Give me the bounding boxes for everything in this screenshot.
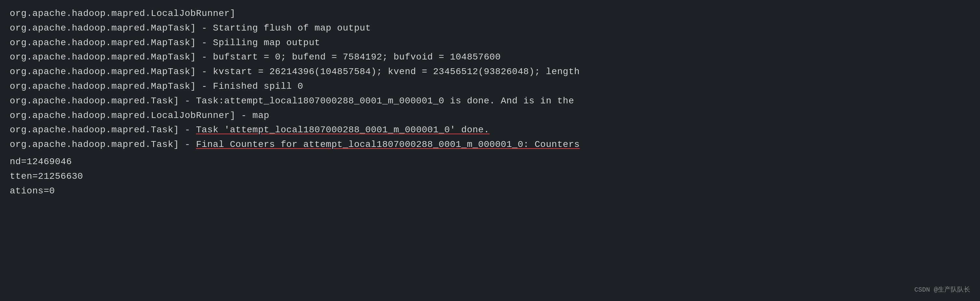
log-line: org.apache.hadoop.mapred.LocalJobRunner] [10, 6, 970, 21]
log-line-final-counters: org.apache.hadoop.mapred.Task] - Final C… [10, 137, 970, 152]
log-line-tten: tten=21256630 [10, 169, 970, 184]
bottom-values: nd=12469046 tten=21256630 ations=0 [10, 155, 970, 198]
log-line-nd: nd=12469046 [10, 155, 970, 169]
log-line: org.apache.hadoop.mapred.LocalJobRunner]… [10, 108, 970, 123]
log-line: org.apache.hadoop.mapred.Task] - Task:at… [10, 94, 970, 108]
log-line: org.apache.hadoop.mapred.MapTask] - Star… [10, 21, 970, 36]
terminal-container: org.apache.hadoop.mapred.LocalJobRunner]… [0, 0, 980, 301]
log-line-task-done: org.apache.hadoop.mapred.Task] - Task 'a… [10, 123, 970, 137]
underlined-text: Task 'attempt_local1807000288_0001_m_000… [196, 125, 490, 135]
watermark: CSDN @生产队队长 [914, 285, 970, 295]
log-line: org.apache.hadoop.mapred.MapTask] - kvst… [10, 65, 970, 79]
underlined-text: Final Counters for attempt_local18070002… [196, 139, 580, 150]
log-line-ations: ations=0 [10, 184, 970, 199]
log-line: org.apache.hadoop.mapred.MapTask] - Spil… [10, 36, 970, 50]
log-line: org.apache.hadoop.mapred.MapTask] - bufs… [10, 50, 970, 65]
log-line: org.apache.hadoop.mapred.MapTask] - Fini… [10, 79, 970, 94]
